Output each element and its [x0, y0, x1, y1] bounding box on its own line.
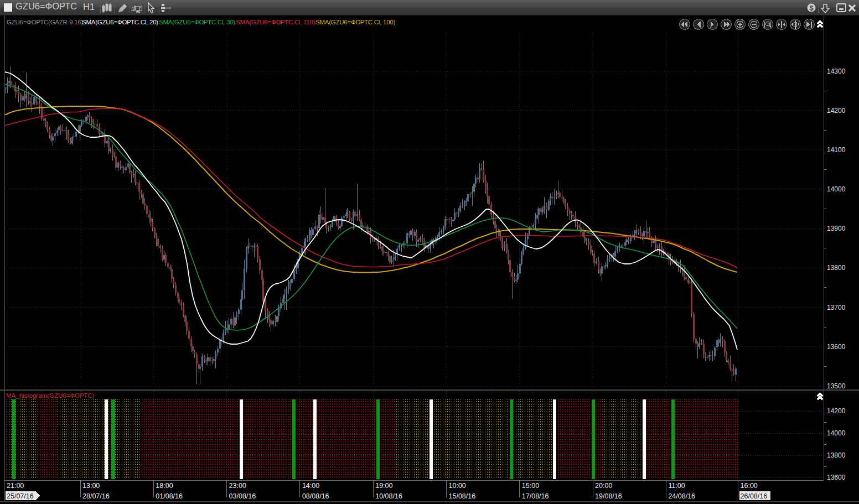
svg-text:14100: 14100 — [827, 146, 846, 154]
svg-text:23:00: 23:00 — [229, 482, 246, 490]
svg-text:15/08/16: 15/08/16 — [449, 492, 476, 500]
svg-text:16:00: 16:00 — [741, 482, 758, 490]
svg-text:$: $ — [809, 4, 814, 12]
svg-text:13600: 13600 — [827, 343, 846, 351]
svg-text:13800: 13800 — [827, 451, 846, 459]
svg-text:14000: 14000 — [827, 185, 846, 193]
svg-text:25/07/16: 25/07/16 — [7, 492, 34, 500]
svg-text:26/08/16: 26/08/16 — [741, 492, 768, 500]
svg-text:13600: 13600 — [827, 474, 846, 481]
svg-text:15:00: 15:00 — [522, 482, 539, 490]
svg-text:MA_histogram(GZU6=ФОРТС): MA_histogram(GZU6=ФОРТС) — [6, 392, 95, 399]
svg-text:21:00: 21:00 — [7, 482, 24, 490]
svg-text:13500: 13500 — [827, 382, 846, 390]
svg-text:08/08/16: 08/08/16 — [302, 492, 329, 500]
svg-text:03/08/16: 03/08/16 — [229, 492, 256, 500]
svg-text:13900: 13900 — [827, 225, 846, 232]
svg-text:28/07/16: 28/07/16 — [82, 492, 110, 500]
svg-text:19/08/16: 19/08/16 — [595, 492, 622, 500]
svg-text:14300: 14300 — [827, 67, 846, 75]
svg-text:14200: 14200 — [827, 107, 846, 115]
svg-text:14200: 14200 — [827, 407, 846, 415]
svg-text:10:00: 10:00 — [449, 482, 466, 490]
svg-text:24/08/16: 24/08/16 — [668, 492, 695, 500]
svg-text:13:00: 13:00 — [82, 482, 100, 490]
svg-text:18:00: 18:00 — [156, 482, 173, 490]
svg-text:01/08/16: 01/08/16 — [156, 492, 183, 500]
svg-text:19:00: 19:00 — [375, 482, 392, 490]
svg-text:13700: 13700 — [827, 304, 846, 311]
svg-text:14:00: 14:00 — [302, 482, 319, 490]
svg-text:20:00: 20:00 — [595, 482, 612, 490]
svg-text:17/08/16: 17/08/16 — [522, 492, 549, 500]
svg-text:10/08/16: 10/08/16 — [375, 492, 402, 500]
svg-text:11:00: 11:00 — [668, 482, 685, 490]
svg-text:13800: 13800 — [827, 264, 846, 272]
svg-text:14000: 14000 — [827, 429, 846, 437]
